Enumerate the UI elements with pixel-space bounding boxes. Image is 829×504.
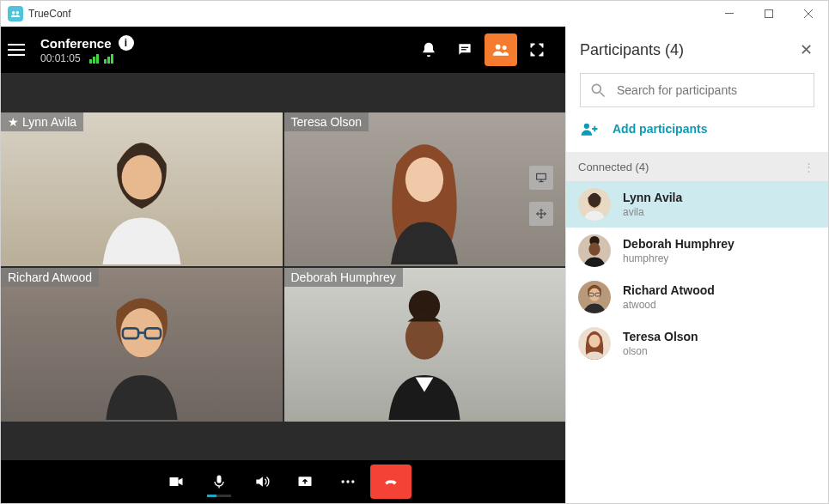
participant-id: avila bbox=[623, 206, 682, 218]
svg-point-23 bbox=[592, 84, 600, 93]
content-area: Conference i 00:01:05 bbox=[1, 27, 828, 503]
add-participants-button[interactable]: Add participants bbox=[580, 121, 814, 137]
panel-body: Add participants bbox=[566, 73, 828, 152]
search-field[interactable] bbox=[580, 73, 814, 107]
svg-point-20 bbox=[341, 480, 344, 483]
topbar-right bbox=[412, 33, 553, 66]
svg-point-21 bbox=[346, 480, 349, 483]
layout-button[interactable] bbox=[529, 166, 553, 190]
participants-button[interactable] bbox=[485, 33, 517, 66]
participant-row[interactable]: Richard Atwood atwood bbox=[566, 274, 828, 320]
call-controls bbox=[1, 460, 565, 503]
search-icon bbox=[589, 82, 607, 99]
svg-rect-18 bbox=[216, 476, 221, 483]
svg-point-10 bbox=[405, 157, 443, 202]
connected-label: Connected (4) bbox=[578, 161, 649, 173]
svg-point-28 bbox=[588, 243, 600, 256]
owner-star-icon: ★ bbox=[8, 115, 19, 129]
owner-star-icon: ★ bbox=[605, 188, 611, 197]
fullscreen-button[interactable] bbox=[521, 33, 553, 66]
search-input[interactable] bbox=[617, 83, 805, 97]
video-pane: Conference i 00:01:05 bbox=[1, 27, 565, 503]
minimize-button[interactable] bbox=[710, 1, 749, 27]
app-logo bbox=[8, 6, 23, 21]
panel-header: Participants (4) ✕ bbox=[566, 27, 828, 73]
svg-point-7 bbox=[503, 46, 507, 50]
info-icon[interactable]: i bbox=[119, 35, 134, 51]
microphone-button[interactable] bbox=[198, 465, 240, 499]
close-window-button[interactable] bbox=[789, 1, 828, 27]
avatar: ★ bbox=[578, 188, 611, 221]
avatar bbox=[578, 281, 611, 313]
svg-rect-3 bbox=[765, 10, 773, 18]
window-controls bbox=[710, 1, 828, 27]
participant-name: Lynn Avila bbox=[623, 191, 682, 204]
participant-name: Richard Atwood bbox=[8, 270, 92, 284]
video-grid-wrap: ★ Lynn Avila Teresa Olson bbox=[1, 73, 565, 460]
video-tile[interactable]: Deborah Humphrey bbox=[284, 268, 566, 422]
add-participants-icon bbox=[580, 121, 599, 137]
video-feed bbox=[284, 112, 566, 266]
conference-title: Conference bbox=[40, 36, 112, 51]
hangup-button[interactable] bbox=[370, 465, 411, 499]
participant-row[interactable]: Teresa Olson olson bbox=[566, 320, 828, 367]
section-menu-icon[interactable]: ⋮ bbox=[803, 161, 816, 173]
titlebar: TrueConf bbox=[1, 1, 828, 27]
share-screen-button[interactable] bbox=[284, 465, 326, 499]
panel-title: Participants (4) bbox=[580, 41, 684, 59]
participant-row[interactable]: ★ Lynn Avila avila bbox=[566, 181, 828, 228]
video-tile[interactable]: Teresa Olson bbox=[284, 112, 566, 266]
conference-topbar: Conference i 00:01:05 bbox=[1, 27, 565, 73]
connected-section-header: Connected (4) ⋮ bbox=[566, 152, 828, 181]
avatar bbox=[578, 327, 611, 360]
svg-rect-2 bbox=[725, 13, 734, 14]
participants-list: ★ Lynn Avila avila Deborah Humphrey hump… bbox=[566, 181, 828, 367]
conference-timer: 00:01:05 bbox=[40, 52, 81, 64]
move-button[interactable] bbox=[529, 202, 553, 226]
participant-name: Deborah Humphrey bbox=[291, 270, 396, 284]
participant-id: olson bbox=[623, 345, 698, 357]
close-panel-button[interactable]: ✕ bbox=[797, 41, 814, 58]
participant-name: Teresa Olson bbox=[623, 330, 698, 343]
video-tile[interactable]: Richard Atwood bbox=[1, 268, 283, 422]
svg-rect-5 bbox=[461, 49, 466, 50]
video-tile[interactable]: ★ Lynn Avila bbox=[1, 112, 283, 266]
participant-name: Teresa Olson bbox=[291, 115, 362, 129]
topbar-left: Conference i 00:01:05 bbox=[8, 35, 134, 64]
chat-button[interactable] bbox=[448, 33, 481, 66]
notifications-button[interactable] bbox=[412, 33, 445, 66]
svg-line-24 bbox=[600, 93, 605, 97]
video-feed bbox=[284, 268, 566, 422]
speaker-button[interactable] bbox=[241, 465, 283, 499]
titlebar-left: TrueConf bbox=[8, 6, 71, 21]
participant-name: Richard Atwood bbox=[623, 283, 715, 297]
video-name-label: Teresa Olson bbox=[284, 112, 369, 131]
participant-name: Deborah Humphrey bbox=[623, 237, 735, 251]
participant-name: Lynn Avila bbox=[22, 115, 76, 129]
menu-button[interactable] bbox=[8, 39, 28, 60]
svg-point-0 bbox=[12, 11, 15, 15]
participants-panel: Participants (4) ✕ Add participants Conn… bbox=[565, 27, 828, 503]
svg-rect-11 bbox=[537, 173, 546, 179]
video-name-label: Deborah Humphrey bbox=[284, 268, 403, 287]
svg-rect-4 bbox=[461, 47, 468, 48]
video-name-label: ★ Lynn Avila bbox=[1, 112, 83, 131]
video-feed bbox=[1, 112, 283, 266]
video-name-label: Richard Atwood bbox=[1, 268, 99, 287]
mic-level-indicator bbox=[207, 495, 231, 497]
signal-indicators bbox=[89, 54, 113, 64]
svg-point-6 bbox=[496, 45, 501, 50]
participant-row[interactable]: Deborah Humphrey humphrey bbox=[566, 228, 828, 274]
svg-point-22 bbox=[351, 480, 354, 483]
maximize-button[interactable] bbox=[749, 1, 789, 27]
app-title: TrueConf bbox=[28, 8, 71, 20]
camera-button[interactable] bbox=[155, 465, 197, 499]
avatar bbox=[578, 234, 611, 267]
svg-point-29 bbox=[588, 288, 600, 301]
app-window: TrueConf Conference bbox=[0, 0, 829, 504]
more-options-button[interactable] bbox=[327, 465, 369, 499]
add-participants-label: Add participants bbox=[613, 122, 707, 136]
participant-id: humphrey bbox=[623, 252, 735, 264]
participant-id: atwood bbox=[623, 299, 715, 311]
conference-info: Conference i 00:01:05 bbox=[40, 35, 134, 64]
